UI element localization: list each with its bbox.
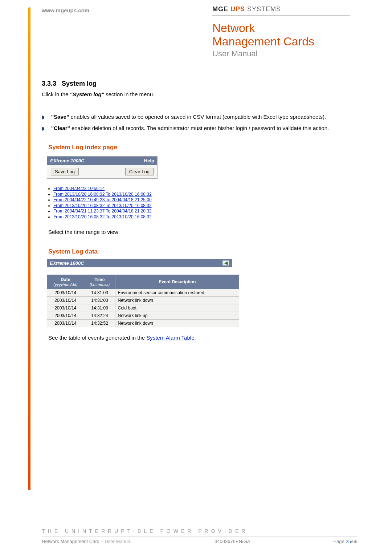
time-range-item: From 2013/10/20 16:08:32 To 2013/10/20 1… xyxy=(53,214,358,220)
cell-event: Network link down xyxy=(115,296,239,304)
log-data-heading: System Log data xyxy=(48,248,358,255)
cell-event: Network link down xyxy=(115,319,239,327)
footer-doc-sub: – User Manual xyxy=(99,539,131,544)
cell-date: 2003/10/14 xyxy=(47,304,84,312)
bullet-save-bold: "Save" xyxy=(51,114,69,120)
section-number: 3.3.3 xyxy=(42,80,56,87)
bullet-clear-text: enables deletion of all records. The adm… xyxy=(70,125,329,131)
table-row: 2003/10/1414:31:03Environment sensor com… xyxy=(47,289,239,296)
time-range-link[interactable]: From 2004/04/21 11:23:37 To 2004/04/18 2… xyxy=(53,208,152,214)
cell-time: 14:31:09 xyxy=(84,304,115,312)
cell-date: 2003/10/14 xyxy=(47,289,84,296)
brand-sys: SYSTEMS xyxy=(247,5,281,13)
time-range-item: From 2004/04/21 11:23:37 To 2004/04/18 2… xyxy=(53,208,358,214)
intro-pre: Click in the xyxy=(42,91,70,97)
footer-page: Page 25/69 xyxy=(333,539,358,544)
log-table: Date(yyyy/mm/dd) Time(hh:mm:ss) Event De… xyxy=(47,275,239,327)
index-panel-body: Save Log Clear Log xyxy=(47,165,157,178)
doc-title: Network Management Cards xyxy=(212,21,350,48)
bullet-clear: "Clear" enables deletion of all records.… xyxy=(42,123,358,133)
bullet-clear-bold: "Clear" xyxy=(51,125,70,131)
footer-doc-name: Network Management Card xyxy=(42,539,99,544)
cell-date: 2003/10/14 xyxy=(47,319,84,327)
col-date-label: Date xyxy=(61,277,70,282)
footer: THE UNINTERRUPTIBLE POWER PROVIDER Netwo… xyxy=(42,528,358,544)
cell-time: 14:32:24 xyxy=(84,312,115,319)
select-range-text: Select the time range to view: xyxy=(48,229,358,235)
page-current: 25 xyxy=(346,539,351,544)
col-event: Event Description xyxy=(115,275,239,289)
help-link[interactable]: Help xyxy=(144,158,154,163)
left-accent-stripe xyxy=(28,7,30,490)
log-data-bar: EXtreme 1000C ◀ xyxy=(47,259,232,267)
col-time-label: Time xyxy=(95,277,105,282)
cell-time: 14:32:52 xyxy=(84,319,115,327)
header-right: MGE UPS SYSTEMS Network Management Cards… xyxy=(212,5,350,58)
time-range-link[interactable]: From 2004/04/22 10:49:23 To 2004/04/18 2… xyxy=(53,197,152,202)
table-row: 2003/10/1414:32:52Network link down xyxy=(47,319,239,327)
table-row: 2003/10/1414:32:24Network link up xyxy=(47,312,239,319)
save-log-button[interactable]: Save Log xyxy=(51,168,79,175)
table-row: 2003/10/1414:31:03Network link down xyxy=(47,296,239,304)
back-arrow-icon[interactable]: ◀ xyxy=(222,260,229,266)
intro-post: section in the menu. xyxy=(104,91,154,97)
cell-time: 14:31:03 xyxy=(84,296,115,304)
cell-event: Environment sensor commnuication restore… xyxy=(115,289,239,296)
time-range-item: From 2013/10/20 16:08:32 To 2013/10/20 1… xyxy=(53,203,358,209)
time-range-link[interactable]: From 2013/10/20 16:08:32 To 2013/10/20 1… xyxy=(53,192,152,197)
time-range-item: From 2013/10/20 16:08:32 To 2013/10/20 1… xyxy=(53,192,358,198)
time-range-link[interactable]: From 2013/10/20 16:08:32 To 2013/10/20 1… xyxy=(53,203,152,208)
content: 3.3.3 System log Click in the "System lo… xyxy=(42,80,358,341)
cell-date: 2003/10/14 xyxy=(47,296,84,304)
time-range-list: From 2004/04/22 10:56:14 From 2013/10/20… xyxy=(48,186,358,220)
page-total: /69 xyxy=(351,539,358,544)
doc-title-line1: Network xyxy=(212,21,255,35)
brand-ups: UPS xyxy=(230,5,245,13)
col-time-sub: (hh:mm:ss) xyxy=(86,282,114,287)
log-data-device: EXtreme 1000C xyxy=(50,260,84,266)
footer-doc-code: 34003676EN/GA xyxy=(215,539,250,544)
section-title: System log xyxy=(62,80,97,87)
time-range-item: From 2004/04/22 10:49:23 To 2004/04/18 2… xyxy=(53,197,358,203)
cell-event: Network link up xyxy=(115,312,239,319)
brand-mge: MGE xyxy=(212,5,228,13)
time-range-link[interactable]: From 2004/04/22 10:56:14 xyxy=(53,186,105,191)
section-heading: 3.3.3 System log xyxy=(42,80,358,88)
col-date-sub: (yyyy/mm/dd) xyxy=(49,282,82,287)
site-url: www.mgeups.com xyxy=(42,7,89,13)
cell-event: Cold boot xyxy=(115,304,239,312)
cell-date: 2003/10/14 xyxy=(47,312,84,319)
col-time: Time(hh:mm:ss) xyxy=(84,275,115,289)
intro-bold: "System log" xyxy=(70,91,104,97)
time-range-link[interactable]: From 2013/10/20 16:08:32 To 2013/10/20 1… xyxy=(53,214,152,219)
col-date: Date(yyyy/mm/dd) xyxy=(47,275,84,289)
bullet-list: "Save" enables all values saved to be op… xyxy=(42,112,358,133)
footer-doc: Network Management Card – User Manual xyxy=(42,539,131,544)
clear-log-button[interactable]: Clear Log xyxy=(125,168,154,175)
page-label: Page xyxy=(333,539,346,544)
time-range-item: From 2004/04/22 10:56:14 xyxy=(53,186,358,192)
cell-time: 14:31:03 xyxy=(84,289,115,296)
index-panel-header: EXtreme 1000C Help xyxy=(47,157,157,165)
system-alarm-table-link[interactable]: System Alarm Table xyxy=(146,335,194,341)
see-pre: See the table of events generated in the xyxy=(48,335,146,341)
doc-subtitle: User Manual xyxy=(212,49,350,58)
brand-logo: MGE UPS SYSTEMS xyxy=(212,5,350,16)
footer-line: Network Management Card – User Manual 34… xyxy=(42,539,358,544)
table-row: 2003/10/1414:31:09Cold boot xyxy=(47,304,239,312)
index-page-heading: System Log index page xyxy=(48,144,358,151)
index-panel: EXtreme 1000C Help Save Log Clear Log xyxy=(47,156,158,179)
bullet-save: "Save" enables all values saved to be op… xyxy=(42,112,358,122)
tagline: THE UNINTERRUPTIBLE POWER PROVIDER xyxy=(42,528,358,536)
see-alarm-text: See the table of events generated in the… xyxy=(48,335,358,341)
section-intro: Click in the "System log" section in the… xyxy=(42,91,358,97)
doc-title-line2: Management Cards xyxy=(212,35,314,48)
see-post: . xyxy=(194,335,196,341)
index-device-name: EXtreme 1000C xyxy=(50,158,85,163)
bullet-save-text: enables all values saved to be opened or… xyxy=(69,114,326,120)
